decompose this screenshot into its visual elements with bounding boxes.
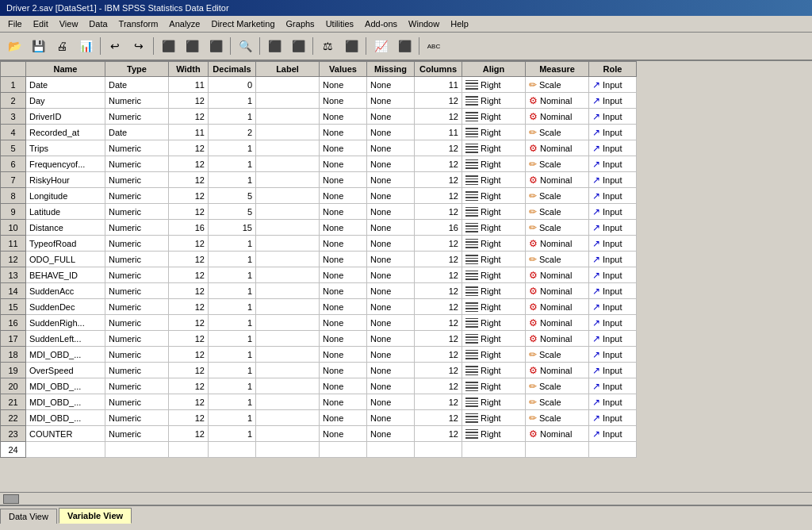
cell-values[interactable]: None: [320, 299, 367, 315]
cell-align[interactable]: Right: [462, 204, 526, 220]
cell-values[interactable]: None: [320, 394, 367, 410]
cell-type[interactable]: Date: [105, 77, 169, 93]
cell-decimals[interactable]: 1: [209, 378, 256, 394]
cell-values[interactable]: None: [320, 109, 367, 125]
cell-label[interactable]: [256, 156, 320, 172]
cell-decimals[interactable]: 1: [209, 109, 256, 125]
cell-missing[interactable]: None: [367, 93, 415, 109]
cell-align[interactable]: Right: [462, 109, 526, 125]
cell-measure[interactable]: ⚙ Nominal: [526, 236, 589, 252]
cell-name[interactable]: TypeofRoad: [26, 236, 105, 252]
cell-values[interactable]: None: [320, 172, 367, 188]
cell-missing[interactable]: None: [367, 204, 415, 220]
save-button[interactable]: 💾: [27, 36, 49, 56]
cell-width[interactable]: 12: [169, 363, 209, 378]
cell-align[interactable]: Right: [462, 77, 526, 93]
cell-align[interactable]: Right: [462, 125, 526, 140]
cell-measure[interactable]: ⚙ Nominal: [526, 140, 589, 156]
select-button[interactable]: ⬛: [340, 36, 362, 56]
spreadsheet-container[interactable]: Name Type Width Decimals Label Values Mi…: [0, 61, 812, 492]
cell-align[interactable]: Right: [462, 156, 526, 172]
cell-missing[interactable]: None: [367, 315, 415, 331]
cell-width[interactable]: 12: [169, 204, 209, 220]
cell-name[interactable]: BEHAVE_ID: [26, 267, 105, 283]
cell-decimals[interactable]: 5: [209, 204, 256, 220]
cell-columns[interactable]: 12: [415, 363, 462, 378]
menu-item-add-ons[interactable]: Add-ons: [360, 17, 402, 30]
cell-label[interactable]: [256, 394, 320, 410]
cell-columns[interactable]: 12: [415, 315, 462, 331]
cell-name[interactable]: MDI_OBD_...: [26, 347, 105, 363]
cell-width[interactable]: 12: [169, 140, 209, 156]
table-row[interactable]: 8LongitudeNumeric125NoneNone12 Right ✏ S…: [1, 188, 637, 204]
cell-columns[interactable]: 11: [415, 77, 462, 93]
cell-role[interactable]: ↗ Input: [589, 252, 637, 267]
table-row[interactable]: 12ODO_FULLNumeric121NoneNone12 Right ✏ S…: [1, 252, 637, 267]
spell-button[interactable]: ABC: [423, 36, 445, 56]
cell-width[interactable]: 12: [169, 109, 209, 125]
cell-columns[interactable]: [415, 442, 462, 458]
cell-columns[interactable]: 12: [415, 299, 462, 315]
cell-align[interactable]: Right: [462, 315, 526, 331]
cell-columns[interactable]: 12: [415, 347, 462, 363]
cell-missing[interactable]: None: [367, 299, 415, 315]
cell-label[interactable]: [256, 140, 320, 156]
cell-measure[interactable]: ⚙ Nominal: [526, 315, 589, 331]
cell-label[interactable]: [256, 410, 320, 426]
cell-name[interactable]: Trips: [26, 140, 105, 156]
cell-role[interactable]: ↗ Input: [589, 220, 637, 236]
cell-align[interactable]: Right: [462, 252, 526, 267]
cell-align[interactable]: Right: [462, 283, 526, 299]
cell-values[interactable]: None: [320, 156, 367, 172]
cell-decimals[interactable]: 1: [209, 315, 256, 331]
cell-align[interactable]: Right: [462, 188, 526, 204]
table-row[interactable]: 5TripsNumeric121NoneNone12 Right ⚙ Nomin…: [1, 140, 637, 156]
cell-name[interactable]: MDI_OBD_...: [26, 378, 105, 394]
cell-name[interactable]: Distance: [26, 220, 105, 236]
cell-decimals[interactable]: 1: [209, 140, 256, 156]
cell-width[interactable]: 12: [169, 299, 209, 315]
cell-measure[interactable]: ⚙ Nominal: [526, 331, 589, 347]
open-button[interactable]: 📂: [3, 36, 25, 56]
cell-values[interactable]: None: [320, 410, 367, 426]
cell-measure[interactable]: [526, 442, 589, 458]
cell-values[interactable]: None: [320, 125, 367, 140]
cell-missing[interactable]: None: [367, 172, 415, 188]
cell-measure[interactable]: ✏ Scale: [526, 188, 589, 204]
cell-name[interactable]: MDI_OBD_...: [26, 394, 105, 410]
cell-name[interactable]: COUNTER: [26, 426, 105, 442]
cell-role[interactable]: ↗ Input: [589, 331, 637, 347]
cell-missing[interactable]: None: [367, 156, 415, 172]
cell-missing[interactable]: None: [367, 236, 415, 252]
cell-align[interactable]: Right: [462, 394, 526, 410]
cell-name[interactable]: SuddenLeft...: [26, 331, 105, 347]
table-row[interactable]: 13BEHAVE_IDNumeric121NoneNone12 Right ⚙ …: [1, 267, 637, 283]
cell-role[interactable]: ↗ Input: [589, 363, 637, 378]
cell-decimals[interactable]: 1: [209, 410, 256, 426]
cell-role[interactable]: ↗ Input: [589, 156, 637, 172]
cell-label[interactable]: [256, 363, 320, 378]
table-row[interactable]: 20MDI_OBD_...Numeric121NoneNone12 Right …: [1, 378, 637, 394]
cell-columns[interactable]: 12: [415, 394, 462, 410]
cell-type[interactable]: Numeric: [105, 140, 169, 156]
cell-role[interactable]: ↗ Input: [589, 347, 637, 363]
cell-columns[interactable]: 12: [415, 109, 462, 125]
cell-decimals[interactable]: 0: [209, 77, 256, 93]
cell-missing[interactable]: None: [367, 394, 415, 410]
cell-measure[interactable]: ⚙ Nominal: [526, 426, 589, 442]
cell-decimals[interactable]: 1: [209, 283, 256, 299]
cell-width[interactable]: 12: [169, 347, 209, 363]
cell-values[interactable]: None: [320, 315, 367, 331]
table-row[interactable]: 17SuddenLeft...Numeric121NoneNone12 Righ…: [1, 331, 637, 347]
cell-width[interactable]: 12: [169, 394, 209, 410]
table-row[interactable]: 21MDI_OBD_...Numeric121NoneNone12 Right …: [1, 394, 637, 410]
menu-item-data[interactable]: Data: [84, 17, 112, 30]
cell-measure[interactable]: ✏ Scale: [526, 156, 589, 172]
cell-align[interactable]: Right: [462, 363, 526, 378]
cell-decimals[interactable]: 1: [209, 299, 256, 315]
cell-label[interactable]: [256, 77, 320, 93]
cell-values[interactable]: None: [320, 363, 367, 378]
cell-name[interactable]: DriverID: [26, 109, 105, 125]
table-row[interactable]: 23COUNTERNumeric121NoneNone12 Right ⚙ No…: [1, 426, 637, 442]
cell-role[interactable]: [589, 442, 637, 458]
